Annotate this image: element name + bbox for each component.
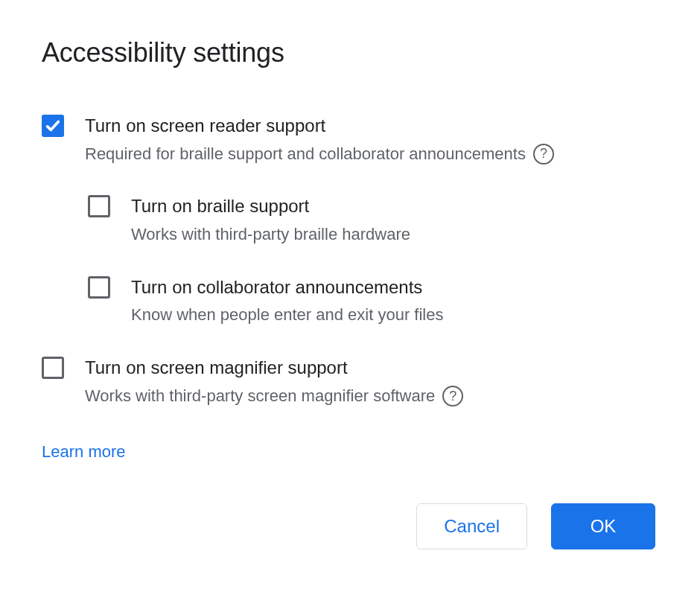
help-icon[interactable]: ?: [442, 386, 463, 407]
cancel-button[interactable]: Cancel: [416, 503, 527, 549]
option-text: Turn on screen reader support Required f…: [85, 113, 655, 165]
option-description: Required for braille support and collabo…: [85, 143, 655, 166]
option-description-text: Know when people enter and exit your fil…: [131, 304, 443, 327]
checkbox-braille[interactable]: [88, 195, 110, 217]
option-screen-reader: Turn on screen reader support Required f…: [42, 113, 655, 165]
option-description-text: Works with third-party braille hardware: [131, 223, 410, 246]
option-braille: Turn on braille support Works with third…: [88, 194, 655, 246]
checkbox-collaborator[interactable]: [88, 276, 110, 299]
ok-button[interactable]: OK: [551, 503, 655, 549]
option-description: Works with third-party screen magnifier …: [85, 385, 655, 408]
option-description: Works with third-party braille hardware: [131, 223, 655, 246]
option-collaborator: Turn on collaborator announcements Know …: [88, 275, 655, 327]
option-text: Turn on braille support Works with third…: [131, 194, 655, 246]
checkbox-magnifier[interactable]: [42, 357, 64, 379]
help-icon[interactable]: ?: [533, 144, 554, 165]
option-description-text: Required for braille support and collabo…: [85, 143, 526, 166]
dialog-button-row: Cancel OK: [42, 503, 655, 549]
option-label: Turn on screen magnifier support: [85, 355, 655, 380]
option-description-text: Works with third-party screen magnifier …: [85, 385, 435, 408]
option-label: Turn on screen reader support: [85, 113, 655, 138]
option-description: Know when people enter and exit your fil…: [131, 304, 655, 327]
option-magnifier: Turn on screen magnifier support Works w…: [42, 355, 655, 407]
learn-more-link[interactable]: Learn more: [42, 442, 126, 462]
dialog-title: Accessibility settings: [42, 37, 655, 68]
option-text: Turn on screen magnifier support Works w…: [85, 355, 655, 407]
accessibility-settings-dialog: Accessibility settings Turn on screen re…: [0, 0, 700, 579]
option-label: Turn on collaborator announcements: [131, 275, 655, 300]
option-label: Turn on braille support: [131, 194, 655, 219]
check-icon: [45, 118, 61, 134]
option-text: Turn on collaborator announcements Know …: [131, 275, 655, 327]
checkbox-screen-reader[interactable]: [42, 115, 64, 137]
